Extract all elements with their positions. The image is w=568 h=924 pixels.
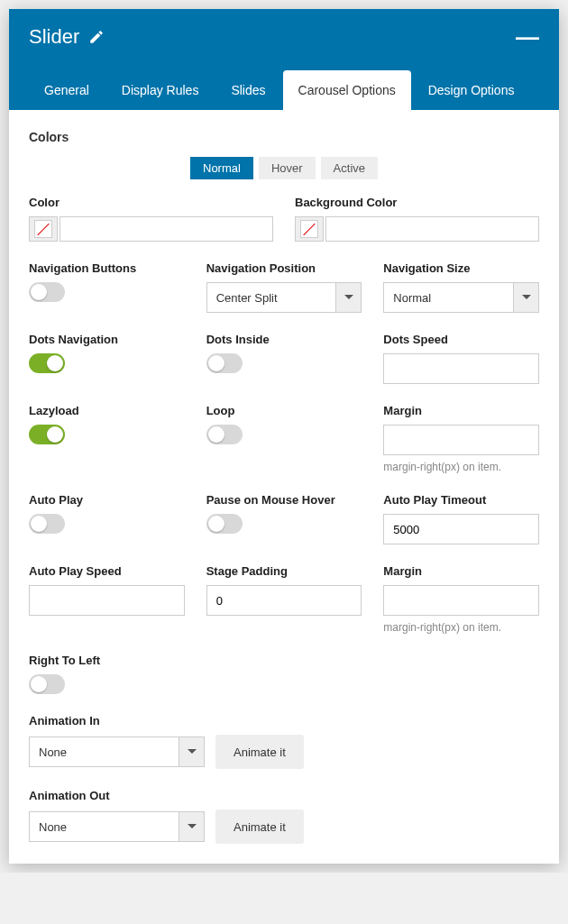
animation-in-label: Animation In [29, 714, 539, 727]
nav-size-label: Navigation Size [383, 261, 539, 275]
nav-position-value: Center Split [207, 283, 336, 312]
main-tabs: General Display Rules Slides Carousel Op… [29, 70, 539, 110]
autoplay-timeout-input[interactable] [383, 514, 539, 544]
nav-buttons-label: Navigation Buttons [29, 261, 185, 275]
animation-out-select[interactable]: None [29, 811, 205, 842]
tab-carousel-options[interactable]: Carousel Options [283, 70, 411, 110]
autoplay-timeout-label: Auto Play Timeout [383, 493, 539, 507]
tab-slides[interactable]: Slides [215, 70, 280, 110]
nav-buttons-toggle[interactable] [29, 282, 65, 302]
pause-hover-toggle[interactable] [206, 514, 243, 534]
tab-general[interactable]: General [29, 70, 105, 110]
pause-hover-label: Pause on Mouse Hover [206, 493, 362, 507]
chevron-down-icon [179, 737, 204, 766]
slider-settings-panel: Slider — General Display Rules Slides Ca… [9, 9, 559, 864]
autoplay-label: Auto Play [29, 493, 185, 507]
dots-inside-toggle[interactable] [206, 353, 243, 373]
animation-in-value: None [30, 737, 179, 766]
animation-out-value: None [30, 812, 179, 841]
state-tab-hover[interactable]: Hover [259, 157, 316, 179]
lazyload-label: Lazyload [29, 404, 185, 417]
tab-design-options[interactable]: Design Options [413, 70, 530, 110]
nav-position-label: Navigation Position [206, 261, 362, 275]
stage-padding-input[interactable] [206, 585, 362, 616]
loop-label: Loop [206, 404, 362, 417]
loop-toggle[interactable] [206, 425, 243, 444]
tab-display-rules[interactable]: Display Rules [106, 70, 215, 110]
margin1-input[interactable] [383, 425, 539, 455]
autoplay-speed-label: Auto Play Speed [29, 564, 185, 578]
autoplay-speed-input[interactable] [29, 585, 185, 616]
margin2-input[interactable] [383, 585, 539, 616]
animation-in-select[interactable]: None [29, 736, 205, 767]
bg-color-swatch[interactable] [295, 216, 324, 242]
panel-body: Colors Normal Hover Active Color Backgro… [9, 110, 559, 864]
dots-speed-input[interactable] [383, 353, 539, 384]
margin1-label: Margin [383, 404, 539, 417]
color-state-tabs: Normal Hover Active [29, 157, 539, 179]
color-input[interactable] [60, 216, 273, 242]
nav-size-select[interactable]: Normal [383, 282, 539, 313]
rtl-toggle[interactable] [29, 674, 65, 694]
animate-in-button[interactable]: Animate it [215, 735, 304, 769]
lazyload-toggle[interactable] [29, 425, 65, 444]
color-swatch[interactable] [29, 216, 58, 242]
state-tab-normal[interactable]: Normal [190, 157, 253, 179]
panel-header: Slider — General Display Rules Slides Ca… [9, 9, 559, 110]
bg-color-input[interactable] [325, 216, 539, 242]
rtl-label: Right To Left [29, 654, 539, 667]
dots-inside-label: Dots Inside [206, 333, 362, 346]
nav-size-value: Normal [384, 283, 513, 312]
colors-section-label: Colors [29, 130, 539, 144]
animation-out-label: Animation Out [29, 789, 539, 802]
nav-position-select[interactable]: Center Split [206, 282, 362, 313]
autoplay-toggle[interactable] [29, 514, 65, 534]
collapse-icon[interactable]: — [516, 32, 539, 43]
margin2-help: margin-right(px) on item. [383, 621, 539, 634]
pencil-icon[interactable] [88, 29, 105, 45]
animate-out-button[interactable]: Animate it [215, 810, 304, 844]
color-label: Color [29, 196, 273, 209]
dots-nav-label: Dots Navigation [29, 333, 185, 346]
dots-nav-toggle[interactable] [29, 353, 65, 373]
stage-padding-label: Stage Padding [206, 564, 362, 578]
chevron-down-icon [335, 283, 361, 312]
chevron-down-icon [513, 283, 538, 312]
margin1-help: margin-right(px) on item. [383, 461, 539, 473]
chevron-down-icon [179, 812, 204, 841]
margin2-label: Margin [383, 564, 539, 578]
bg-color-label: Background Color [295, 196, 539, 209]
dots-speed-label: Dots Speed [383, 333, 539, 346]
state-tab-active[interactable]: Active [321, 157, 378, 179]
panel-title-text: Slider [29, 25, 79, 49]
panel-title: Slider [29, 25, 105, 49]
